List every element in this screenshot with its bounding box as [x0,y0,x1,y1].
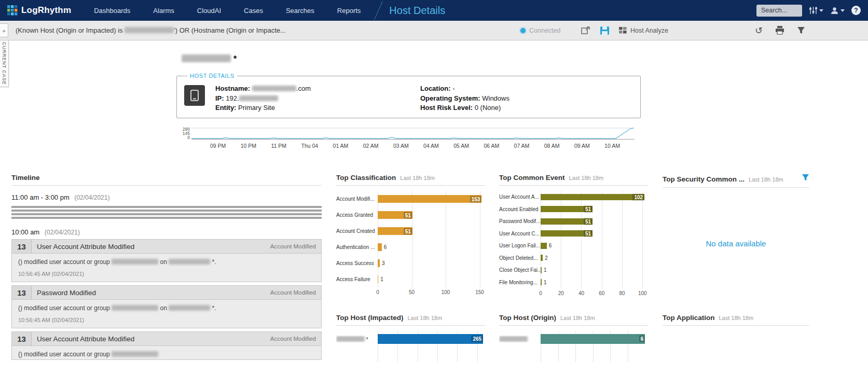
entity-value: Primary Site [238,104,275,112]
bar-value: 1 [544,280,547,285]
bar[interactable]: 265 [378,334,483,344]
navbar-right: Search... ? [756,5,868,17]
bar-label: Account Modifi... [336,196,378,202]
host-details-section: HOST DETAILS Hostname: .com IP: 192. Ent [176,73,641,118]
x-tick: 50 [409,289,415,295]
current-case-tab[interactable]: CURRENT CASE [0,40,9,87]
popout-icon[interactable] [581,26,590,35]
filter-icon[interactable] [797,26,805,35]
os-label: Operating System: [420,94,480,102]
bar-value: 6 [639,336,645,342]
help-icon[interactable]: ? [851,6,861,15]
top-navbar: LogRhythm Dashboards Alarms CloudAI Case… [0,0,868,21]
event-timestamp: 10:56:45 AM (02/04/2021) [12,313,321,328]
bar-label: Account Enabled [499,206,541,212]
event-title: Password Modified [32,289,270,297]
sliders-icon [809,6,818,15]
location-row: Location: - [420,84,633,94]
search-input[interactable]: Search... [756,5,802,17]
chart-row: Account Created51 [336,223,485,239]
activity-sparkline: 290 145 0 09 PM10 PM11 PMThu 0401 AM02 A… [178,127,636,149]
bar-label: Password Modif... [499,218,541,224]
display-options-menu[interactable] [809,6,823,15]
event-card[interactable]: 13 Password Modified Account Modified ()… [11,285,322,328]
bar[interactable] [541,267,542,273]
bar-value: 51 [584,218,593,225]
logo[interactable]: LogRhythm [7,5,71,16]
event-count: 13 [12,332,32,345]
event-title: User Account Attribute Modified [32,243,270,251]
chart-row: 6 [499,331,649,346]
nav-item-searches[interactable]: Searches [286,7,314,15]
x-tick: 09 PM [210,143,226,149]
bar[interactable]: 51 [541,218,593,225]
x-tick: 11 PM [271,143,287,149]
bar[interactable]: 51 [541,230,593,237]
redacted-host [169,305,210,311]
event-card[interactable]: 13 User Account Attribute Modified Accou… [11,239,322,282]
expand-drawer-icon[interactable]: » [0,23,8,37]
chart-x-axis: 050100150 [378,287,485,297]
app-window: LogRhythm Dashboards Alarms CloudAI Case… [0,0,868,375]
collapsed-events[interactable] [11,206,322,220]
event-timestamp: 10:56:45 AM (02/04/2021) [12,267,321,282]
ip-prefix: 192. [226,94,239,102]
sparkline-x-axis: 09 PM10 PM11 PMThu 0401 AM02 AM03 AM04 A… [210,143,620,149]
chevron-down-icon [841,9,845,12]
ip-row: IP: 192. [215,94,420,104]
bar[interactable] [378,275,378,283]
bar[interactable] [541,243,547,249]
hostname-label: Hostname: [215,85,250,92]
filter-query-suffix: ') OR (Hostname (Origin or Impacte... [174,26,286,34]
bar-label: Access Success [336,260,378,266]
undo-icon[interactable]: ↺ [755,26,763,35]
event-card[interactable]: 13 User Account Attribute Modified Accou… [11,331,322,360]
brand-name: LogRhythm [21,5,71,16]
search-toolbar: » (Known Host (Origin or Impacted) is ')… [0,21,868,40]
bar-label: User Logon Fail... [499,243,541,248]
x-tick: 06 AM [484,143,499,149]
group-date: (02/04/2021) [45,229,80,236]
bar[interactable] [378,259,380,267]
event-body: () modified user account or group on *. [12,300,321,313]
sparkline-chart[interactable] [191,127,635,140]
bar[interactable] [378,243,382,251]
panel-filter-icon[interactable] [802,174,809,184]
nav-item-cases[interactable]: Cases [244,7,263,15]
redacted-account [112,305,158,311]
print-icon[interactable] [775,26,784,35]
host-title-suffix: * [233,54,237,64]
bar-value: 153 [470,196,482,202]
hostname-tail: .com [296,85,311,92]
x-tick: 09 AM [574,143,590,149]
bar[interactable]: 6 [541,334,645,344]
save-search-icon[interactable] [600,26,610,35]
bar[interactable]: 102 [541,194,644,200]
bar[interactable]: 51 [541,206,593,212]
title-divider [374,1,383,20]
bar[interactable] [541,279,542,285]
ip-label: IP: [215,94,224,102]
nav-item-alarms[interactable]: Alarms [153,7,174,15]
bar[interactable]: 51 [378,211,412,219]
bar-value: 51 [404,228,412,234]
x-tick: 04 AM [423,143,439,149]
nav-item-cloudai[interactable]: CloudAI [197,7,221,15]
panel-timespan: Last 18h 18m [400,175,435,181]
host-details-legend: HOST DETAILS [187,73,237,79]
nav-item-reports[interactable]: Reports [337,7,361,15]
redacted-host-name [182,54,231,62]
bar[interactable]: 51 [378,227,412,235]
bar-value: 51 [584,206,593,213]
user-menu[interactable] [830,6,845,15]
redacted-label [499,336,528,342]
x-tick: 03 AM [393,143,409,149]
bar[interactable] [541,255,543,261]
group-date: (02/04/2021) [74,194,109,201]
nav-item-dashboards[interactable]: Dashboards [94,7,130,15]
bar[interactable]: 153 [378,195,481,203]
host-analyze-button[interactable]: Host Analyze [619,27,668,34]
connected-dot-icon [520,28,526,33]
connected-label: Connected [529,27,560,34]
bar-value: 1 [380,276,383,282]
